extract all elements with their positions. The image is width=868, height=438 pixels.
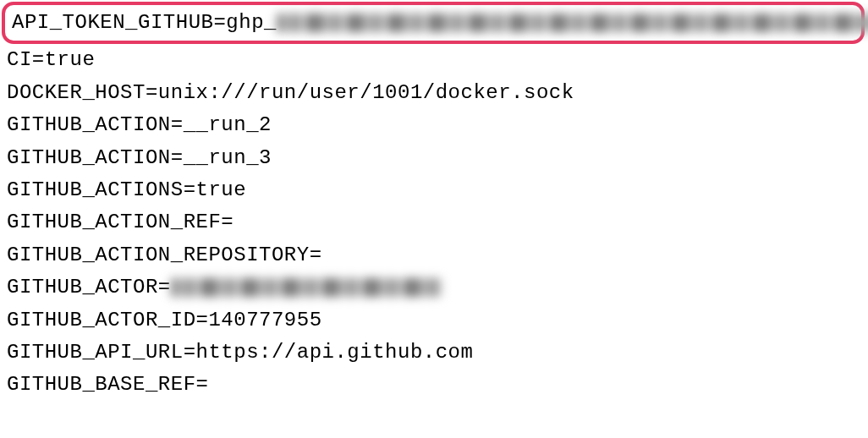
env-line-github-action-2: GITHUB_ACTION=__run_3 <box>0 142 868 174</box>
env-line-github-api-url: GITHUB_API_URL=https://api.github.com <box>0 337 868 369</box>
env-line-ci: CI=true <box>0 44 868 76</box>
redacted-actor <box>171 278 442 297</box>
env-line-github-base-ref: GITHUB_BASE_REF= <box>0 369 868 401</box>
env-line-github-action-1: GITHUB_ACTION=__run_2 <box>0 109 868 141</box>
env-line-github-action-ref: GITHUB_ACTION_REF= <box>0 206 868 238</box>
env-key: GITHUB_ACTOR= <box>7 276 171 298</box>
env-line-api-token-github: API_TOKEN_GITHUB=ghp_ <box>2 2 865 44</box>
redacted-token <box>277 14 868 32</box>
env-line-github-action-repository: GITHUB_ACTION_REPOSITORY= <box>0 239 868 271</box>
env-vars-list: API_TOKEN_GITHUB=ghp_ CI=true DOCKER_HOS… <box>0 2 868 402</box>
env-line-github-actor: GITHUB_ACTOR= <box>0 271 868 304</box>
env-line-github-actor-id: GITHUB_ACTOR_ID=140777955 <box>0 304 868 337</box>
env-line-docker-host: DOCKER_HOST=unix:///run/user/1001/docker… <box>0 77 868 109</box>
env-value-prefix: ghp_ <box>226 11 277 34</box>
env-key: API_TOKEN_GITHUB <box>12 11 213 34</box>
env-line-github-actions: GITHUB_ACTIONS=true <box>0 174 868 206</box>
